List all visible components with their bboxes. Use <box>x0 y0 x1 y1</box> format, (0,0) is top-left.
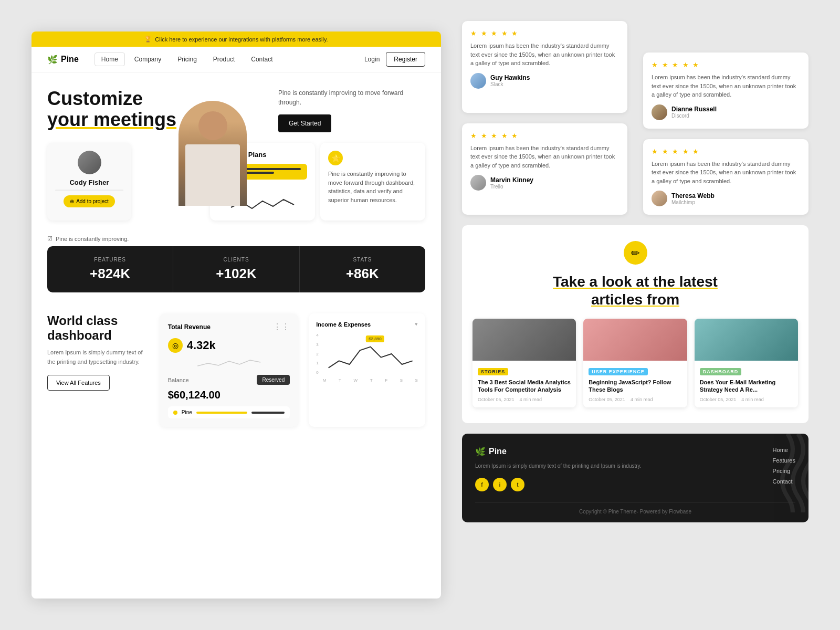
add-icon: ⊕ <box>70 198 74 204</box>
reviewer-avatar-4 <box>652 191 667 206</box>
stat-clients: CLIENTS +102K <box>173 246 299 292</box>
footer-link-features[interactable]: Features <box>773 457 795 464</box>
social-instagram[interactable]: i <box>493 478 507 491</box>
footer-link-contact[interactable]: Contact <box>773 478 795 485</box>
pine-bar-end <box>251 412 285 414</box>
copyright-text: Copyright © Pine Theme- Powered by Flowb… <box>579 509 691 514</box>
article-title-2: Beginning JavaScript? Follow These Blogs <box>589 379 681 394</box>
social-icons: f i t <box>475 478 757 491</box>
stat-label-features: FEATURES <box>58 257 162 262</box>
footer-link-pricing[interactable]: Pricing <box>773 468 795 474</box>
nav-links: Home Company Pricing Product Contact <box>94 52 364 66</box>
article-card-3[interactable]: DASHBOARD Does Your E-Mail Marketing Str… <box>695 319 798 407</box>
footer-logo: 🌿 Pine <box>475 447 757 457</box>
reserved-button[interactable]: Reserved <box>257 375 290 385</box>
hero-subtitle: Pine is constantly improving to move for… <box>278 88 425 107</box>
review-card-1: ★ ★ ★ ★ ★ Lorem ipsum has been the indus… <box>462 21 627 113</box>
add-project-button[interactable]: ⊕ Add to project <box>64 195 115 207</box>
article-title-3: Does Your E-Mail Marketing Strategy Need… <box>700 379 793 394</box>
reviewer-info-4: Theresa Webb Mailchimp <box>671 192 715 205</box>
income-dropdown[interactable]: ▾ <box>415 321 418 328</box>
balance-row: Balance Reserved <box>168 375 290 385</box>
balance-amount: $60,124.00 <box>168 389 290 401</box>
view-features-button[interactable]: View All Features <box>47 375 110 391</box>
review-card-3: ★ ★ ★ ★ ★ Lorem ipsum has been the indus… <box>462 123 627 215</box>
logo-text: Pine <box>61 55 79 64</box>
avatar-image <box>78 151 101 174</box>
reviewer-platform-3: Trello <box>490 184 533 190</box>
stat-stats: STATS +86K <box>300 246 425 292</box>
article-image-2 <box>583 319 687 361</box>
social-facebook[interactable]: f <box>475 478 489 491</box>
banner-text: Click here to experience our integration… <box>155 36 328 43</box>
reviewer-2: Dianne Russell Discord <box>652 104 800 120</box>
stars-1: ★ ★ ★ ★ ★ <box>470 29 619 37</box>
income-chart-area: 43210 $2,890 MTWTFSS <box>316 333 418 375</box>
get-started-button[interactable]: Get Started <box>278 114 331 132</box>
revenue-card: Total Revenue ⋮⋮ ◎ 4.32k Balance Reserve… <box>160 313 299 427</box>
feature-text: Pine is constantly improving to move for… <box>328 170 417 204</box>
stats-bar: FEATURES +824K CLIENTS +102K STATS +86K <box>47 246 425 292</box>
article-tag-3: DASHBOARD <box>700 368 742 375</box>
person-bar <box>55 190 123 191</box>
register-button[interactable]: Register <box>386 52 425 67</box>
top-banner[interactable]: 🏆 Click here to experience our integrati… <box>32 32 441 47</box>
article-body-1: STORIES The 3 Best Social Media Analytic… <box>472 361 576 407</box>
reviews-left-col: ★ ★ ★ ★ ★ Lorem ipsum has been the indus… <box>462 21 627 215</box>
article-card-2[interactable]: USER EXPERIENCE Beginning JavaScript? Fo… <box>583 319 687 407</box>
review-card-2: ★ ★ ★ ★ ★ Lorem ipsum has been the indus… <box>643 52 808 129</box>
right-panel: ★ ★ ★ ★ ★ Lorem ipsum has been the indus… <box>452 0 819 630</box>
stat-features: FEATURES +824K <box>47 246 173 292</box>
pine-bar-fill <box>196 412 247 414</box>
article-image-3 <box>695 319 798 361</box>
reviewer-avatar-3 <box>470 175 486 191</box>
hero-right: Pine is constantly improving to move for… <box>278 88 425 132</box>
notice-text: Pine is constantly improving. <box>56 236 129 242</box>
stars-3: ★ ★ ★ ★ ★ <box>470 132 619 140</box>
nav-link-company[interactable]: Company <box>128 52 168 66</box>
articles-icon: ✏ <box>624 241 647 265</box>
articles-title: Take a look at the latest articles from <box>472 273 798 308</box>
feature-card: ⭐ Pine is constantly improving to move f… <box>320 143 425 220</box>
dashboard-left: World class dashboard Lorem Ipsum is sim… <box>47 313 149 427</box>
article-card-1[interactable]: STORIES The 3 Best Social Media Analytic… <box>472 319 576 407</box>
x-axis: MTWTFSS <box>323 378 418 383</box>
pine-notice: ☑ Pine is constantly improving. <box>32 231 441 246</box>
footer-col: Home Features Pricing Contact <box>773 447 795 491</box>
reviewer-platform-4: Mailchimp <box>671 200 715 205</box>
nav-link-contact[interactable]: Contact <box>244 52 279 66</box>
revenue-sparkline <box>168 358 290 369</box>
review-text-4: Lorem ipsum has been the industry's stan… <box>652 160 800 186</box>
footer-link-home[interactable]: Home <box>773 447 795 453</box>
person-head <box>198 111 227 140</box>
hero-cards: Cody Fisher ⊕ Add to project Payment Pla… <box>32 143 441 231</box>
dashboard-title: World class dashboard <box>47 313 149 343</box>
reviewer-name-4: Theresa Webb <box>671 192 715 200</box>
chart-canvas: $2,890 MTWTFSS <box>323 333 418 375</box>
article-meta-2: October 05, 2021 4 min read <box>589 397 681 402</box>
articles-section: ✏ Take a look at the latest articles fro… <box>462 225 808 423</box>
article-meta-1: October 05, 2021 4 min read <box>478 397 571 402</box>
reviewer-4: Theresa Webb Mailchimp <box>652 191 800 206</box>
dashboard-desc: Lorem Ipsum is simply dummy text of the … <box>47 348 149 366</box>
article-body-2: USER EXPERIENCE Beginning JavaScript? Fo… <box>583 361 687 407</box>
reviewer-info-2: Dianne Russell Discord <box>671 106 717 119</box>
article-tag-2: USER EXPERIENCE <box>589 368 648 375</box>
nav-link-home[interactable]: Home <box>94 52 125 66</box>
reviewer-3: Marvin Kinney Trello <box>470 175 619 191</box>
nav-link-product[interactable]: Product <box>206 52 242 66</box>
review-card-4: ★ ★ ★ ★ ★ Lorem ipsum has been the indus… <box>643 139 808 215</box>
revenue-icon: ◎ <box>168 338 183 353</box>
reviewer-name-1: Guy Hawkins <box>490 74 530 81</box>
pine-dot <box>173 411 177 415</box>
social-twitter[interactable]: t <box>511 478 524 491</box>
login-button[interactable]: Login <box>364 56 380 63</box>
article-title-1: The 3 Best Social Media Analytics Tools … <box>478 379 571 394</box>
reviewer-info-3: Marvin Kinney Trello <box>490 176 533 190</box>
reviewer-platform-2: Discord <box>671 113 717 119</box>
income-card: Income & Expenses ▾ 43210 $2,890 MTWTFSS <box>309 313 425 427</box>
revenue-amount: ◎ 4.32k <box>168 338 290 353</box>
reviews-section: ★ ★ ★ ★ ★ Lorem ipsum has been the indus… <box>452 0 819 225</box>
nav-link-pricing[interactable]: Pricing <box>171 52 204 66</box>
left-panel: 🏆 Click here to experience our integrati… <box>32 32 441 598</box>
